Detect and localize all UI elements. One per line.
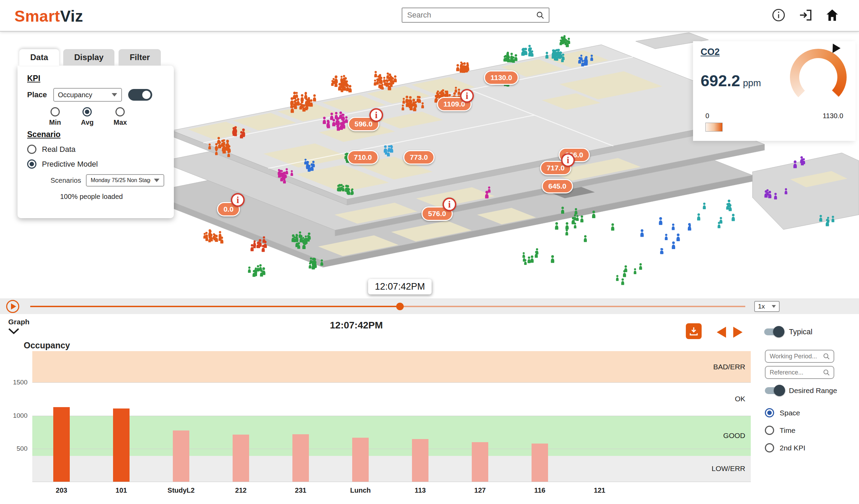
logout-icon[interactable] [798, 8, 813, 23]
person-marker [261, 245, 265, 252]
radio-icon[interactable] [27, 159, 36, 169]
person-marker [485, 191, 489, 198]
info-icon[interactable] [771, 8, 786, 23]
typical-toggle[interactable] [764, 328, 783, 335]
scenario-option-real-data[interactable]: Real Data [27, 145, 164, 154]
play-button[interactable] [6, 300, 19, 313]
band-label: GOOD [723, 432, 745, 440]
radio-icon[interactable] [765, 443, 774, 452]
previous-arrow-button[interactable] [717, 327, 726, 338]
search-icon[interactable] [823, 352, 830, 360]
person-marker [291, 234, 295, 242]
app-logo[interactable]: SmartViz [14, 7, 83, 25]
desired-range-toggle[interactable] [765, 387, 784, 394]
co2-title-link[interactable]: CO2 [701, 47, 720, 57]
bar-212[interactable] [233, 435, 249, 482]
bar-113[interactable] [412, 439, 428, 482]
person-marker [338, 184, 342, 191]
speed-select[interactable]: 1x [754, 301, 780, 312]
x-axis-label: 116 [510, 486, 570, 494]
person-marker [446, 90, 449, 96]
tab-display[interactable]: Display [63, 49, 114, 66]
search-input[interactable] [406, 10, 536, 20]
map-info-icon[interactable]: i [561, 153, 575, 167]
agg-option-avg[interactable]: Avg [81, 107, 93, 126]
reference-input-box[interactable] [765, 366, 834, 379]
radio-icon[interactable] [115, 107, 125, 116]
scenarios-select[interactable]: Monday 75/25 Non Stagge [86, 174, 164, 187]
place-select[interactable]: Occupancy [53, 88, 122, 102]
mode-options: SpaceTime2nd KPI [765, 408, 805, 452]
band-label: BAD/ERR [713, 363, 745, 371]
person-marker [376, 79, 379, 85]
person-marker [339, 123, 343, 130]
scenario-option-predictive-model[interactable]: Predictive Model [27, 159, 164, 169]
reference-input[interactable] [769, 369, 823, 377]
co2-number: 692.2 [701, 72, 740, 90]
radio-icon[interactable] [765, 408, 774, 417]
working-period-input-box[interactable] [765, 350, 834, 363]
person-marker [621, 278, 624, 285]
radio-icon[interactable] [27, 145, 36, 154]
working-period-input[interactable] [769, 352, 823, 360]
gauge-ring [790, 49, 847, 105]
search-icon[interactable] [823, 369, 830, 376]
grid-line [32, 449, 751, 449]
mode-option-2nd-kpi[interactable]: 2nd KPI [765, 443, 805, 452]
x-axis-label: 231 [271, 486, 331, 494]
timeline-track[interactable] [30, 306, 745, 307]
tab-data[interactable]: Data [19, 49, 59, 66]
bar-127[interactable] [472, 442, 488, 482]
map-info-icon[interactable]: i [460, 89, 474, 103]
map-info-icon[interactable]: i [443, 198, 456, 211]
person-marker [339, 112, 343, 119]
person-marker [442, 89, 445, 96]
map-value-badge[interactable]: 645.0 [542, 179, 573, 193]
person-marker [416, 96, 419, 102]
person-marker [634, 268, 636, 274]
radio-icon[interactable] [82, 107, 92, 116]
mode-option-space[interactable]: Space [765, 408, 800, 417]
bar-101[interactable] [113, 408, 130, 482]
bar-Lunch[interactable] [352, 438, 369, 482]
person-marker [562, 54, 565, 60]
map-info-icon[interactable]: i [369, 108, 383, 122]
scale-min: 0 [705, 112, 709, 120]
bar-116[interactable] [532, 444, 548, 482]
collapse-chevron-icon[interactable] [8, 327, 20, 335]
person-marker [379, 74, 381, 80]
home-icon[interactable] [825, 8, 840, 23]
radio-icon[interactable] [51, 107, 60, 116]
person-marker [536, 248, 538, 254]
bar-203[interactable] [53, 407, 70, 482]
person-marker [488, 187, 491, 193]
person-marker [677, 234, 680, 241]
agg-options: MinAvgMax [49, 107, 164, 126]
bar-231[interactable] [292, 434, 309, 482]
timeline-handle[interactable] [396, 303, 404, 310]
place-toggle[interactable] [128, 89, 152, 101]
download-button[interactable] [686, 323, 702, 339]
x-axis-label: Lunch [331, 486, 390, 494]
mode-option-time[interactable]: Time [765, 426, 795, 435]
chart-title: Occupancy [24, 340, 70, 350]
person-marker [323, 117, 326, 124]
search-box[interactable] [402, 8, 549, 23]
map-value-badge[interactable]: 710.0 [347, 150, 379, 165]
map-value-badge[interactable]: 1130.0 [484, 70, 518, 85]
typical-toggle-row: Typical [764, 327, 812, 336]
search-icon[interactable] [536, 11, 545, 20]
radio-icon[interactable] [765, 426, 774, 435]
person-marker [409, 101, 412, 108]
map-value-badge[interactable]: 773.0 [403, 150, 435, 165]
person-marker [332, 119, 336, 126]
person-marker [394, 75, 397, 82]
person-marker [732, 214, 735, 221]
person-marker [222, 146, 226, 153]
tab-filter[interactable]: Filter [119, 49, 161, 66]
agg-option-max[interactable]: Max [113, 107, 127, 126]
map-info-icon[interactable]: i [231, 193, 245, 207]
agg-option-min[interactable]: Min [49, 107, 61, 126]
bar-StudyL2[interactable] [173, 430, 189, 482]
next-arrow-button[interactable] [733, 327, 743, 338]
